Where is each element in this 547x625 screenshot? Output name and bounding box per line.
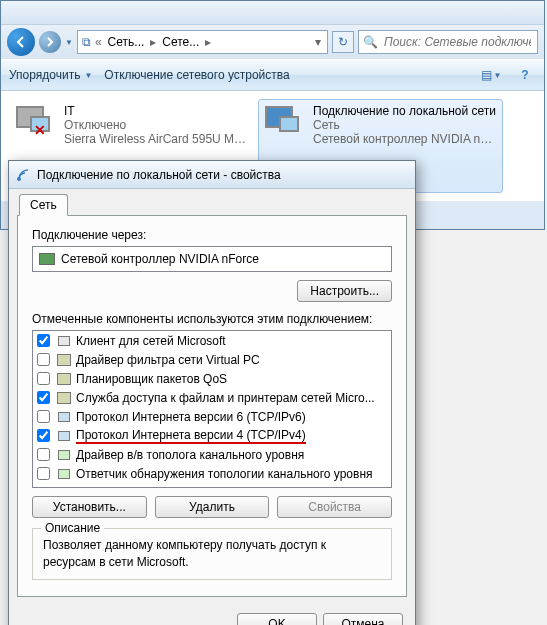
arrow-left-icon	[14, 35, 28, 49]
configure-button[interactable]: Настроить...	[297, 280, 392, 302]
component-label: Протокол Интернета версии 4 (TCP/IPv4)	[76, 428, 306, 444]
breadcrumb-2[interactable]: Сете...	[160, 35, 201, 49]
client-icon	[56, 334, 72, 348]
install-button[interactable]: Установить...	[32, 496, 147, 518]
forward-button[interactable]	[39, 31, 61, 53]
tab-panel: Подключение через: Сетевой контроллер NV…	[17, 215, 407, 597]
network-icon: ⧉	[82, 35, 91, 49]
chevron-right-icon: ▸	[203, 35, 213, 49]
organize-menu[interactable]: Упорядочить ▼	[9, 68, 92, 82]
component-checkbox[interactable]	[37, 372, 50, 385]
protocol-icon	[56, 410, 72, 424]
breadcrumb-separator: «	[93, 35, 104, 49]
protocol-icon	[56, 448, 72, 462]
connection-title: IT	[64, 104, 249, 118]
disable-device-button[interactable]: Отключение сетевого устройства	[104, 68, 289, 82]
component-checkbox[interactable]	[37, 448, 50, 461]
connection-icon: ✕	[14, 104, 56, 142]
refresh-button[interactable]: ↻	[332, 31, 354, 53]
search-icon: 🔍	[363, 35, 378, 49]
dialog-body: Сеть Подключение через: Сетевой контролл…	[9, 189, 415, 605]
properties-button[interactable]: Свойства	[277, 496, 392, 518]
component-checkbox[interactable]	[37, 467, 50, 480]
component-label: Планировщик пакетов QoS	[76, 372, 227, 386]
component-label: Служба доступа к файлам и принтерам сете…	[76, 391, 375, 405]
window-titlebar	[1, 1, 544, 25]
service-icon	[56, 372, 72, 386]
address-bar[interactable]: ⧉ « Сеть... ▸ Сете... ▸ ▾	[77, 30, 328, 54]
service-icon	[56, 353, 72, 367]
address-row: ▼ ⧉ « Сеть... ▸ Сете... ▸ ▾ ↻ 🔍	[1, 25, 544, 59]
protocol-icon	[56, 429, 72, 443]
component-label: Ответчик обнаружения топологии канальног…	[76, 467, 373, 481]
back-button[interactable]	[7, 28, 35, 56]
component-label: Драйвер фильтра сети Virtual PC	[76, 353, 260, 367]
component-checkbox[interactable]	[37, 410, 50, 423]
components-list[interactable]: Клиент для сетей Microsoft Драйвер фильт…	[32, 330, 392, 488]
component-item[interactable]: Ответчик обнаружения топологии канальног…	[33, 464, 391, 483]
component-checkbox[interactable]	[37, 429, 50, 442]
adapter-icon	[39, 253, 55, 265]
nav-history-dropdown[interactable]: ▼	[65, 38, 73, 47]
connect-using-label: Подключение через:	[32, 228, 392, 242]
disable-label: Отключение сетевого устройства	[104, 68, 289, 82]
chevron-down-icon[interactable]: ▾	[313, 35, 323, 49]
breadcrumb-1[interactable]: Сеть...	[106, 35, 147, 49]
component-item-ipv4[interactable]: Протокол Интернета версии 4 (TCP/IPv4)	[33, 426, 391, 445]
view-button[interactable]: ▤▼	[480, 64, 502, 86]
chevron-right-icon: ▸	[148, 35, 158, 49]
component-item[interactable]: Драйвер в/в тополога канального уровня	[33, 445, 391, 464]
connection-device: Sierra Wireless AirCard 595U Mod...	[64, 132, 249, 146]
component-checkbox[interactable]	[37, 353, 50, 366]
actions-row: Установить... Удалить Свойства	[32, 496, 392, 518]
refresh-icon: ↻	[338, 35, 348, 49]
component-item[interactable]: Планировщик пакетов QoS	[33, 369, 391, 388]
arrow-right-icon	[45, 37, 55, 47]
description-label: Описание	[41, 521, 104, 535]
cancel-button[interactable]: Отмена	[323, 613, 403, 625]
protocol-icon	[56, 467, 72, 481]
view-icon: ▤	[481, 68, 492, 82]
connection-title: Подключение по локальной сети	[313, 104, 498, 118]
chevron-down-icon: ▼	[84, 71, 92, 80]
component-item[interactable]: Протокол Интернета версии 6 (TCP/IPv6)	[33, 407, 391, 426]
chevron-down-icon: ▼	[494, 71, 502, 80]
component-checkbox[interactable]	[37, 391, 50, 404]
components-label: Отмеченные компоненты используются этим …	[32, 312, 392, 326]
component-label: Протокол Интернета версии 6 (TCP/IPv6)	[76, 410, 306, 424]
connection-info: IT Отключено Sierra Wireless AirCard 595…	[64, 104, 249, 146]
search-bar[interactable]: 🔍	[358, 30, 538, 54]
component-checkbox[interactable]	[37, 334, 50, 347]
dialog-title: Подключение по локальной сети - свойства	[37, 168, 281, 182]
properties-dialog: Подключение по локальной сети - свойства…	[8, 160, 416, 625]
component-label: Клиент для сетей Microsoft	[76, 334, 226, 348]
network-icon	[15, 167, 31, 183]
toolbar: Упорядочить ▼ Отключение сетевого устрой…	[1, 59, 544, 91]
component-item[interactable]: Клиент для сетей Microsoft	[33, 331, 391, 350]
adapter-name: Сетевой контроллер NVIDIA nForce	[61, 252, 259, 266]
connection-icon	[263, 104, 305, 142]
dialog-titlebar[interactable]: Подключение по локальной сети - свойства	[9, 161, 415, 189]
help-icon: ?	[521, 68, 528, 82]
search-input[interactable]	[382, 34, 533, 50]
adapter-field[interactable]: Сетевой контроллер NVIDIA nForce	[32, 246, 392, 272]
connection-device: Сетевой контроллер NVIDIA nFo...	[313, 132, 498, 146]
tab-strip: Сеть	[17, 194, 407, 216]
service-icon	[56, 391, 72, 405]
component-label: Драйвер в/в тополога канального уровня	[76, 448, 304, 462]
help-button[interactable]: ?	[514, 64, 536, 86]
connection-status: Сеть	[313, 118, 498, 132]
uninstall-button[interactable]: Удалить	[155, 496, 270, 518]
dialog-footer: OK Отмена	[9, 605, 415, 625]
connection-info: Подключение по локальной сети Сеть Сетев…	[313, 104, 498, 146]
connection-status: Отключено	[64, 118, 249, 132]
component-item[interactable]: Служба доступа к файлам и принтерам сете…	[33, 388, 391, 407]
description-text: Позволяет данному компьютеру получать до…	[43, 537, 381, 571]
component-item[interactable]: Драйвер фильтра сети Virtual PC	[33, 350, 391, 369]
ok-button[interactable]: OK	[237, 613, 317, 625]
tab-network[interactable]: Сеть	[19, 194, 68, 216]
description-group: Описание Позволяет данному компьютеру по…	[32, 528, 392, 580]
organize-label: Упорядочить	[9, 68, 80, 82]
